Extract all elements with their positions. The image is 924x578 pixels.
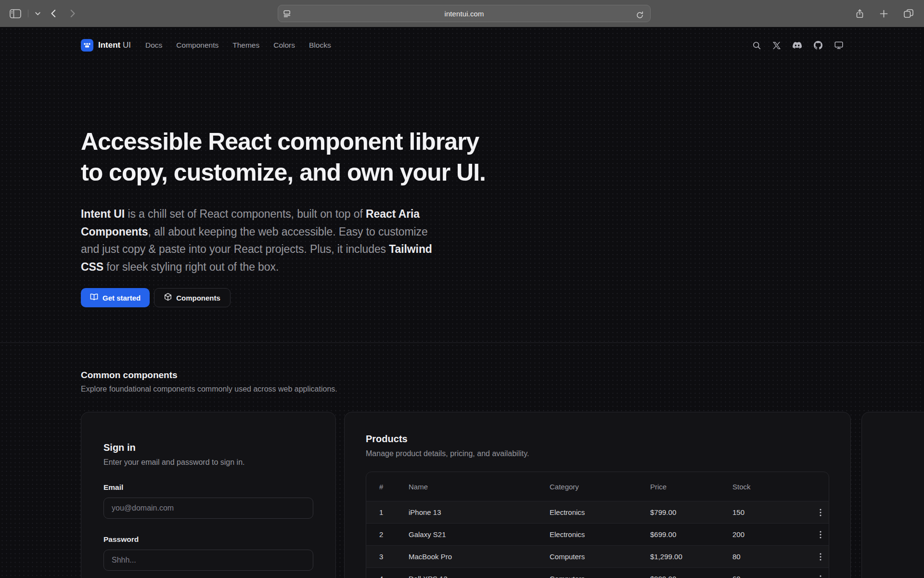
browser-chrome: intentui.com (0, 0, 924, 27)
table-row: 2 Galaxy S21 Electronics $699.00 200 (366, 523, 829, 545)
forward-icon[interactable] (68, 8, 77, 19)
next-card-partial (861, 412, 924, 578)
ellipsis-vertical-icon[interactable] (814, 572, 827, 578)
ellipsis-vertical-icon[interactable] (814, 528, 827, 541)
password-label: Password (103, 535, 313, 544)
sidebar-toggle-icon[interactable] (8, 7, 23, 20)
webpage: Intent UI Docs Components Themes Colors … (0, 27, 924, 578)
col-header-name: Name (409, 483, 550, 491)
products-card: Products Manage product details, pricing… (344, 412, 851, 578)
cube-icon (164, 293, 172, 302)
col-header-num: # (366, 483, 409, 491)
components-showcase-row: Sign in Enter your email and password to… (0, 412, 924, 578)
nav-link-themes[interactable]: Themes (232, 41, 259, 50)
ellipsis-vertical-icon[interactable] (814, 550, 827, 564)
nav-links: Docs Components Themes Colors Blocks (145, 41, 331, 50)
chevron-down-icon[interactable] (33, 10, 42, 17)
hero-paragraph: Intent UI is a chill set of React compon… (81, 205, 443, 276)
nav-link-docs[interactable]: Docs (145, 41, 162, 50)
new-tab-icon[interactable] (878, 8, 890, 20)
search-icon[interactable] (753, 41, 761, 50)
reload-icon[interactable] (634, 9, 646, 21)
signin-card: Sign in Enter your email and password to… (81, 412, 336, 578)
open-book-icon (90, 293, 98, 302)
email-label: Email (103, 483, 313, 492)
password-field[interactable] (103, 550, 313, 571)
table-row: 4 Dell XPS 13 Computers $999.00 60 (366, 567, 829, 578)
email-field[interactable] (103, 498, 313, 519)
get-started-button[interactable]: Get started (81, 288, 150, 307)
brand-name[interactable]: Intent UI (98, 40, 131, 50)
intent-ui-logo[interactable] (81, 39, 93, 52)
url-text: intentui.com (278, 10, 650, 18)
section-subtitle: Explore foundational components commonly… (81, 385, 843, 394)
products-title: Products (366, 434, 829, 445)
display-theme-icon[interactable] (834, 41, 843, 49)
signin-title: Sign in (103, 442, 313, 453)
products-subtitle: Manage product details, pricing, and ava… (366, 449, 829, 458)
x-twitter-icon[interactable] (773, 42, 781, 49)
table-header-row: # Name Category Price Stock (366, 472, 829, 501)
col-header-category: Category (550, 483, 650, 491)
github-icon[interactable] (814, 41, 822, 50)
discord-icon[interactable] (793, 42, 802, 49)
table-row: 1 iPhone 13 Electronics $799.00 150 (366, 501, 829, 523)
nav-link-blocks[interactable]: Blocks (309, 41, 331, 50)
nav-link-components[interactable]: Components (176, 41, 218, 50)
reader-icon[interactable] (283, 10, 291, 17)
tabs-overview-icon[interactable] (902, 7, 915, 20)
ellipsis-vertical-icon[interactable] (814, 506, 827, 519)
site-navbar: Intent UI Docs Components Themes Colors … (81, 36, 843, 55)
col-header-stock: Stock (732, 483, 814, 491)
signin-subtitle: Enter your email and password to sign in… (103, 458, 313, 467)
address-bar[interactable]: intentui.com (278, 5, 651, 22)
table-row: 3 MacBook Pro Computers $1,299.00 80 (366, 545, 829, 567)
components-button[interactable]: Components (154, 288, 231, 307)
share-icon[interactable] (854, 7, 866, 20)
hero-heading: Accessible React component library to co… (81, 126, 843, 188)
products-table: # Name Category Price Stock 1 iPhone 13 … (366, 472, 829, 578)
col-header-price: Price (650, 483, 732, 491)
section-title: Common components (81, 370, 843, 381)
back-icon[interactable] (49, 8, 58, 19)
section-divider (0, 342, 924, 343)
nav-link-colors[interactable]: Colors (273, 41, 295, 50)
toolbar-divider (28, 10, 28, 17)
